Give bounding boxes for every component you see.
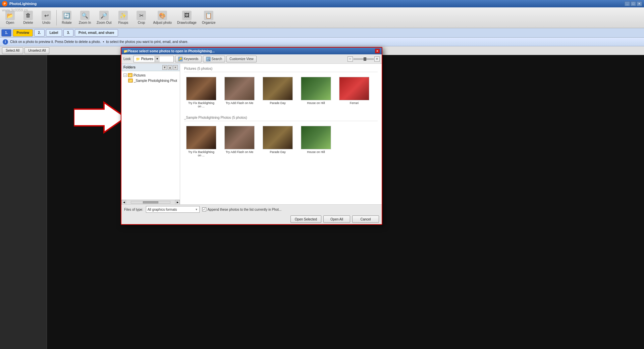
step-1-number: 1.: [5, 31, 8, 35]
crop-icon: ✂: [137, 11, 146, 20]
rotate-button[interactable]: 🔄 Rotate: [58, 8, 75, 27]
infobar: i Click on a photo to preview it. Press …: [0, 38, 644, 46]
scroll-thumb: [143, 201, 158, 203]
path-selector[interactable]: 📁 Pictures ▼: [133, 56, 174, 62]
photo-label-sample-person: Try Fix Backlighting on ...: [186, 150, 216, 157]
dialog-titlebar: 📁 Please select some photos to open in P…: [121, 48, 382, 54]
app-title: PhotoLightning: [9, 2, 625, 6]
photo-label-house-on-hill: House on Hill: [307, 101, 325, 105]
append-checkbox[interactable]: ✓: [202, 207, 206, 211]
close-button[interactable]: ×: [637, 1, 642, 6]
filetype-label: Files of type:: [124, 208, 143, 211]
draw-collage-button[interactable]: 🖼 Draw/collage: [175, 8, 199, 27]
open-all-button[interactable]: Open All: [323, 215, 350, 223]
stepbar: 1. Preview 2. Label 3. Print, email, and…: [0, 28, 644, 38]
photo-parade-day[interactable]: Parade Day: [261, 75, 295, 110]
photo-add-flash[interactable]: Try Add Flash on Me: [222, 75, 257, 110]
titlebar: P PhotoLightning _ □ ×: [0, 0, 644, 7]
customize-view-button[interactable]: Customize View: [226, 56, 257, 62]
step-3-number: 3.: [67, 31, 70, 35]
maximize-button[interactable]: □: [631, 1, 636, 6]
fixups-button[interactable]: ✨ Fixups: [114, 8, 132, 27]
zoom-plus-button[interactable]: +: [374, 56, 380, 62]
organize-icon: 📋: [204, 11, 213, 20]
tree-expand-icon[interactable]: −: [123, 73, 127, 77]
select-all-button[interactable]: Select All: [2, 47, 23, 54]
photo-ferrari[interactable]: Ferrari: [337, 75, 371, 110]
rotate-icon: 🔄: [62, 11, 71, 20]
tree-item-sample[interactable]: 📁 _Sample Photolightning Phot: [123, 78, 178, 83]
scroll-left-button[interactable]: ◀: [121, 200, 126, 205]
search-label: Search: [212, 57, 222, 61]
info-text-2: to select the photos you want to print, …: [106, 40, 188, 44]
info-icon: i: [3, 39, 8, 45]
step-3-indicator: 3.: [63, 29, 73, 37]
folder-icon: 📁: [136, 57, 140, 61]
photo-thumb-sample-person: [186, 126, 216, 149]
toolbar-separator-1: [56, 10, 57, 26]
minimize-button[interactable]: _: [625, 1, 630, 6]
undo-button[interactable]: ↩ Undo: [38, 8, 55, 27]
photo-sample-tower[interactable]: House on Hill: [299, 124, 333, 159]
folders-panel: Folders ▼ ▲ × − 📁 Pictures 📁 _Sample Pho…: [121, 64, 180, 204]
photo-sample-cats[interactable]: Try Add Flash on Me: [222, 124, 257, 159]
dialog-close-button[interactable]: ×: [375, 49, 380, 53]
step-1-indicator: 1.: [1, 29, 11, 37]
folder-controls: ▼ ▲ ×: [162, 65, 178, 70]
open-selected-button[interactable]: Open Selected: [290, 215, 321, 223]
step-label-button[interactable]: Label: [46, 29, 62, 37]
adjust-photo-button[interactable]: 🎨 Adjust photo: [151, 8, 174, 27]
look-label: Look: [123, 57, 131, 61]
folder-collapse-button[interactable]: ▼: [162, 65, 167, 70]
section-2-title: _Sample Photolightning Photos (5 photos): [184, 115, 378, 121]
unselect-all-button[interactable]: Unselect All: [24, 47, 49, 54]
organize-label: Organize: [202, 21, 216, 24]
filetype-select[interactable]: All graphics formats ▼: [146, 206, 200, 213]
photo-fix-backlighting[interactable]: Try Fix Backlighting on ...: [184, 75, 218, 110]
folder-icon-sample: 📁: [128, 79, 133, 83]
photo-house-on-hill[interactable]: House on Hill: [299, 75, 333, 110]
undo-icon: ↩: [42, 11, 51, 20]
zoom-in-button[interactable]: 🔍 Zoom In: [76, 8, 94, 27]
path-dropdown-arrow[interactable]: ▼: [155, 56, 160, 62]
rotate-label: Rotate: [62, 21, 71, 24]
folder-icon-pictures: 📁: [128, 73, 132, 77]
photo-sample-person[interactable]: Try Fix Backlighting on ...: [184, 124, 218, 159]
keywords-button[interactable]: 🔑 Keywords: [175, 56, 202, 62]
photo-thumb-parade-day: [263, 77, 293, 100]
photos-grid-2: Try Fix Backlighting on ... Try Add Flas…: [184, 124, 378, 159]
folder-close-button[interactable]: ×: [173, 65, 178, 70]
photos-scroll-area[interactable]: Pictures (5 photos) Try Fix Backlighting…: [180, 64, 382, 204]
folder-expand-button[interactable]: ▲: [168, 65, 172, 70]
filetype-row: Files of type: All graphics formats ▼ ✓ …: [121, 205, 382, 214]
photo-thumb-add-flash: [224, 77, 255, 100]
tree-item-pictures[interactable]: − 📁 Pictures: [123, 72, 178, 78]
scroll-right-button[interactable]: ▶: [175, 200, 180, 205]
zoom-out-button[interactable]: 🔎 Zoom Out: [94, 8, 114, 27]
window-controls: _ □ ×: [625, 1, 642, 6]
info-text-1: Click on a photo to preview it. Press De…: [10, 40, 101, 44]
tree-item-label-pictures: Pictures: [133, 73, 146, 77]
adjust-label: Adjust photo: [153, 21, 172, 24]
zoom-slider[interactable]: [354, 58, 374, 60]
step-preview-button[interactable]: Preview: [13, 29, 33, 37]
dialog-title: Please select some photos to open in Pho…: [127, 49, 375, 53]
draw-label: Draw/collage: [177, 21, 197, 24]
step-share-button[interactable]: Print, email, and share: [75, 29, 118, 37]
section-1-title: Pictures (5 photos): [184, 66, 378, 72]
photo-sample-warrior[interactable]: Parade Day: [261, 124, 295, 159]
crop-button[interactable]: ✂ Crop: [132, 8, 150, 27]
zoom-in-label: Zoom In: [79, 21, 91, 24]
photo-label-parade-day: Parade Day: [270, 101, 286, 105]
organize-button[interactable]: 📋 Organize: [200, 8, 218, 27]
search-button[interactable]: 🔍 Search: [203, 56, 225, 62]
zoom-controls: − +: [347, 56, 380, 62]
zoom-minus-button[interactable]: −: [347, 56, 353, 62]
scroll-track[interactable]: [131, 201, 170, 204]
cancel-button[interactable]: Cancel: [352, 215, 379, 223]
section-1-count-val: 5 photos: [199, 67, 211, 70]
step-2-number: 2.: [38, 31, 41, 35]
photo-thumb-sample-cats: [224, 126, 255, 149]
photo-thumb-house-on-hill: [301, 77, 331, 100]
section-2-count: 5 photos: [233, 116, 246, 119]
